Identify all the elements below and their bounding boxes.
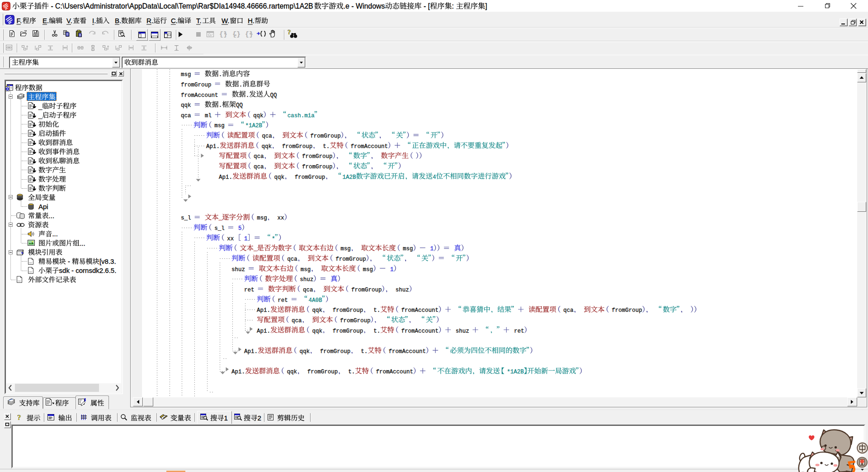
svg-text:?: ? [17,414,21,421]
svg-text:{}: {} [219,31,227,38]
svg-text:{}: {} [232,31,240,38]
svg-text:?: ? [288,29,291,36]
svg-text:{}: {} [245,31,253,38]
